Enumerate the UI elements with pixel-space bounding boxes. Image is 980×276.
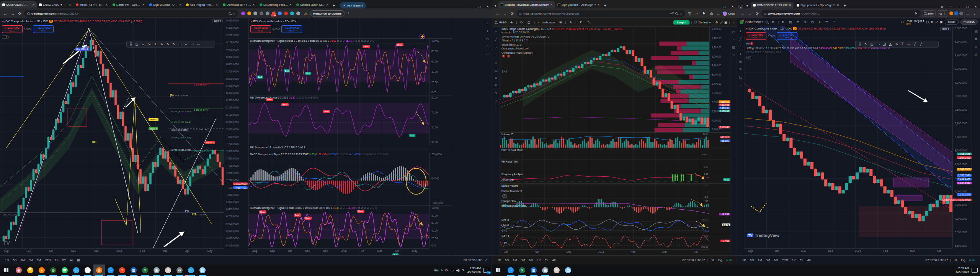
panel-foreign-flow[interactable]: Foreign Flow Net Foreign Buy / Sell 40T … — [500, 199, 730, 218]
extension-icon[interactable] — [247, 12, 251, 15]
panel-icon[interactable]: ▤ — [732, 45, 735, 49]
stockbit-chart[interactable]: Index Harga Saham Gabungan - 1D - IDX O7… — [500, 27, 730, 255]
sell-button[interactable]: 7,129.4900SELL — [746, 32, 766, 40]
chart-tag[interactable]: Stoch 1 — [149, 118, 158, 121]
time-axis[interactable]: AugSepOctNovDec2026FebMarAprMay — [0, 248, 224, 255]
clock[interactable]: 07:39:34 UTC+7 — [683, 258, 705, 262]
interval-button[interactable]: 1D — [740, 258, 748, 262]
interval-button[interactable]: 1M — [18, 258, 26, 262]
drawing-tool-icon[interactable]: ⊣ — [189, 42, 195, 46]
extension-icon[interactable] — [284, 12, 288, 15]
auto-scale-button[interactable]: auto — [724, 258, 734, 262]
undo-icon[interactable]: ↶ — [824, 20, 830, 24]
split-screen-icon[interactable]: ◫ — [686, 12, 693, 16]
chart-tag[interactable]: Hist MON 2 — [75, 48, 89, 51]
interval-button[interactable]: 1M — [511, 258, 519, 262]
close-tab-icon[interactable]: ✕ — [326, 3, 328, 7]
chart-style-icon[interactable]: ◫ — [788, 20, 794, 24]
address-bar[interactable]: ◘ https://stockbit.com/symbol/IHSG/chart… — [516, 10, 685, 17]
forward-button[interactable]: → — [502, 12, 508, 16]
panel-icon[interactable]: ◷ — [486, 37, 489, 41]
start-button[interactable] — [0, 264, 13, 276]
drawing-tool-icon[interactable]: + — [495, 30, 497, 34]
search-icon[interactable] — [926, 21, 929, 23]
panel-volume[interactable]: Volume 20 100B 43.91B 36.18B — [500, 132, 730, 148]
indicator-legend-row[interactable]: Alligator 21 13 8 8 5 3 — [501, 39, 622, 43]
indicator-legend-row[interactable]: Consensus Price (Median) — [501, 51, 622, 55]
browser-tab[interactable]: Daftar PM - Googl... ✕ — [110, 1, 147, 8]
layout-grid-icon[interactable]: ⊞ — [802, 20, 808, 24]
collapse-panel-button[interactable]: ˄ — [502, 194, 507, 198]
interval-button[interactable]: 6M — [527, 258, 535, 262]
interval-button[interactable]: All — [550, 258, 557, 262]
indicator-legend-row[interactable]: VPVR Number Of Rows 24 Up/Down 70 — [501, 35, 622, 39]
replay-icon[interactable]: « — [817, 20, 822, 24]
panel-rsi[interactable]: RSI Divergence 14 close 3 3 100 3 36.82 … — [248, 95, 452, 145]
collapse-panel-button[interactable]: ˄ — [502, 229, 507, 232]
redo-icon[interactable]: ↷ — [831, 20, 837, 24]
hidden-icons-chevron[interactable]: ˄ — [441, 268, 443, 272]
time-axis[interactable]: SepOctNovDec2026FebMarApr — [744, 248, 952, 255]
browser-tab[interactable]: Sign yourself - OpenSign™ ✕ — [794, 2, 841, 8]
close-tab-icon[interactable]: ✕ — [216, 3, 218, 7]
currency-toggle[interactable]: IDR ▾ — [940, 27, 951, 31]
panel-stochastic-2[interactable]: Stochastic Divergence + Signal 10 close … — [248, 205, 452, 248]
interval-button[interactable]: 1Y — [790, 258, 798, 262]
drawing-tool-icon[interactable]: T — [153, 42, 158, 46]
extension-icon[interactable]: 2254 — [272, 12, 276, 15]
drawing-tool-icon[interactable]: ▢ — [739, 75, 742, 79]
panel-macd[interactable]: MACD Divergence + Signal 12 26 9 5 20 30… — [248, 152, 452, 205]
drawing-tool-icon[interactable]: ≡ — [740, 44, 742, 48]
extension-icon[interactable] — [290, 12, 294, 15]
close-tab-icon[interactable]: ✕ — [836, 3, 839, 7]
extension-icon[interactable] — [296, 12, 300, 15]
settings-gear-icon[interactable]: ⚙ — [931, 20, 933, 24]
panel-icon[interactable]: ☆ — [486, 44, 489, 48]
profile-avatar[interactable]: ◍ — [708, 12, 714, 16]
interval-button[interactable]: 1D — [495, 258, 503, 262]
overflow-menu-icon[interactable]: … — [964, 12, 970, 16]
taskbar-app-icon[interactable]: ▀ — [24, 264, 36, 276]
drawing-tool-icon[interactable]: ← — [183, 42, 189, 46]
buy-button[interactable]: 7,129.4900BUY — [33, 25, 54, 33]
drawing-toolbar-floating[interactable]: ⣿◺≣∿T∿∿∿▭←⊣— — [126, 41, 215, 48]
taskbar-app-icon[interactable]: ▤ — [197, 264, 208, 276]
close-tab-icon[interactable]: ✕ — [69, 3, 71, 7]
taskbar-app-icon[interactable]: ▲ — [36, 264, 47, 276]
price-axis[interactable]: 9,600.009,400.009,200.009,000.008,800.00… — [709, 27, 730, 132]
panel-icon[interactable]: △ — [975, 44, 977, 48]
drawing-tool-icon[interactable]: ∿ — [171, 42, 176, 46]
drawing-tool-icon[interactable]: ✎ — [495, 91, 498, 95]
login-button[interactable]: Login — [673, 20, 689, 25]
sell-button[interactable]: 7,129.4900SELL — [250, 25, 271, 33]
panel-icon[interactable]: ⋯ — [486, 52, 489, 56]
interval-button[interactable]: 6M — [35, 258, 43, 262]
interval-button[interactable]: 1Y — [53, 258, 60, 262]
collapse-legend-button[interactable]: ˄ — [746, 56, 751, 59]
time-axis[interactable]: OctNovDec2026FebMarApr — [500, 249, 709, 255]
drawing-tool-icon[interactable]: — — [906, 42, 911, 46]
ask-gemini-button[interactable]: ✦ Ask Gemini — [340, 2, 366, 8]
panel-percent-r[interactable]: %R 14 TV 0.00 −100.00 −77.51 — [500, 234, 730, 249]
browser-tab[interactable]: Eli Manning Prese... ✕ — [257, 1, 294, 8]
symbol-search-icon[interactable] — [766, 21, 768, 23]
interval-button[interactable]: 1Y — [535, 258, 543, 262]
drawing-tool-icon[interactable]: ◎ — [739, 60, 742, 64]
edge-menu-icon[interactable]: … — [715, 12, 722, 16]
interval-button[interactable]: 5D — [11, 258, 18, 262]
drawing-tool-icon[interactable]: ╱ — [918, 42, 924, 46]
symbol-search[interactable]: IHSG — [499, 21, 507, 24]
drawing-tool-icon[interactable]: ⌂ — [740, 83, 742, 87]
extension-icon[interactable] — [959, 12, 963, 15]
notification-center-icon[interactable]: 14 — [483, 268, 489, 273]
clock[interactable]: 07:39:34 UTC+7 — [926, 258, 948, 262]
back-button[interactable]: ← — [495, 12, 501, 16]
maximize-button[interactable]: ▢ — [475, 5, 483, 8]
browser-tab[interactable]: COMPOSITE 7,129.4 ✕ — [0, 1, 37, 8]
taskbar-app-icon[interactable]: ☎ — [59, 264, 70, 276]
panel-icon[interactable]: ◔ — [733, 38, 735, 41]
close-tab-icon[interactable]: ✕ — [142, 3, 145, 7]
interval-button[interactable]: 3M — [27, 258, 35, 262]
browser-tab[interactable]: Sign yourself - OpenSign™ ✕ — [555, 1, 602, 8]
clock[interactable]: 7:39 AM 4/27/2026 — [467, 266, 481, 274]
